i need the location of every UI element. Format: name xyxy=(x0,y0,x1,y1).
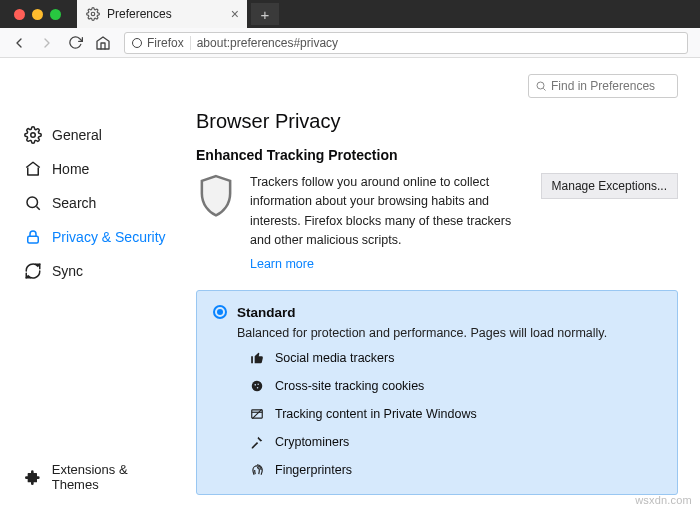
new-tab-button[interactable]: + xyxy=(251,3,279,25)
fingerprint-icon xyxy=(249,462,265,478)
nav-forward-button[interactable] xyxy=(34,31,60,55)
tab-close-button[interactable]: × xyxy=(231,6,239,22)
svg-point-8 xyxy=(252,381,263,392)
find-placeholder: Find in Preferences xyxy=(551,79,655,93)
sidebar-item-label: Home xyxy=(52,161,89,177)
sidebar-item-home[interactable]: Home xyxy=(0,152,190,186)
tab-title: Preferences xyxy=(107,7,172,21)
page-title: Browser Privacy xyxy=(196,110,678,133)
sidebar-item-extensions-themes[interactable]: Extensions & Themes xyxy=(0,454,190,502)
sync-icon xyxy=(24,262,42,280)
search-icon xyxy=(535,80,547,92)
svg-point-6 xyxy=(537,82,544,89)
lock-icon xyxy=(24,228,42,246)
reload-button[interactable] xyxy=(62,31,88,55)
gear-icon xyxy=(24,126,42,144)
tracker-cross-site-cookies: Cross-site tracking cookies xyxy=(249,378,661,394)
sidebar-item-sync[interactable]: Sync xyxy=(0,254,190,288)
standard-description: Balanced for protection and performance.… xyxy=(237,326,661,340)
sidebar-item-label: Search xyxy=(52,195,96,211)
protection-level-standard-card[interactable]: Standard Balanced for protection and per… xyxy=(196,290,678,495)
svg-point-2 xyxy=(31,133,36,138)
sidebar-item-label: Extensions & Themes xyxy=(52,462,176,492)
firefox-icon xyxy=(131,37,143,49)
svg-point-0 xyxy=(91,12,95,16)
sidebar-item-label: Privacy & Security xyxy=(52,229,166,245)
watermark: wsxdn.com xyxy=(635,494,692,506)
sidebar-item-general[interactable]: General xyxy=(0,118,190,152)
sidebar-item-label: General xyxy=(52,127,102,143)
cookie-icon xyxy=(249,378,265,394)
find-in-preferences-input[interactable]: Find in Preferences xyxy=(528,74,678,98)
svg-line-7 xyxy=(543,88,545,90)
tracker-cryptominers: Cryptominers xyxy=(249,434,661,450)
sidebar-item-privacy-security[interactable]: Privacy & Security xyxy=(0,220,190,254)
window-close-button[interactable] xyxy=(14,9,25,20)
tracker-private-windows: Tracking content in Private Windows xyxy=(249,406,661,422)
url-bar[interactable]: Firefox about:preferences#privacy xyxy=(124,32,688,54)
preferences-sidebar: General Home Search Privacy & Security S… xyxy=(0,58,190,510)
svg-point-11 xyxy=(257,387,259,389)
svg-rect-5 xyxy=(28,236,39,243)
browser-tab-preferences[interactable]: Preferences × xyxy=(77,0,247,28)
svg-point-1 xyxy=(133,38,142,47)
standard-title: Standard xyxy=(237,305,296,320)
section-title: Enhanced Tracking Protection xyxy=(196,147,678,163)
radio-standard[interactable] xyxy=(213,305,227,319)
svg-point-3 xyxy=(27,197,38,208)
svg-line-4 xyxy=(36,206,39,209)
sidebar-item-label: Sync xyxy=(52,263,83,279)
nav-back-button[interactable] xyxy=(6,31,32,55)
window-zoom-button[interactable] xyxy=(50,9,61,20)
puzzle-icon xyxy=(24,468,42,486)
shield-icon xyxy=(196,173,236,217)
pickaxe-icon xyxy=(249,434,265,450)
svg-point-9 xyxy=(254,384,256,386)
etp-description: Trackers follow you around online to col… xyxy=(250,175,511,247)
tracker-social-media: Social media trackers xyxy=(249,350,661,366)
home-icon xyxy=(24,160,42,178)
url-text: about:preferences#privacy xyxy=(197,36,338,50)
window-minimize-button[interactable] xyxy=(32,9,43,20)
home-button[interactable] xyxy=(90,31,116,55)
svg-line-14 xyxy=(252,409,261,418)
tracker-fingerprinters: Fingerprinters xyxy=(249,462,661,478)
gear-icon xyxy=(85,6,101,22)
window-blocked-icon xyxy=(249,406,265,422)
svg-point-10 xyxy=(257,383,258,384)
manage-exceptions-button[interactable]: Manage Exceptions... xyxy=(541,173,678,199)
sidebar-item-search[interactable]: Search xyxy=(0,186,190,220)
thumbs-up-icon xyxy=(249,350,265,366)
identity-label: Firefox xyxy=(147,36,184,50)
learn-more-link[interactable]: Learn more xyxy=(250,255,314,274)
search-icon xyxy=(24,194,42,212)
